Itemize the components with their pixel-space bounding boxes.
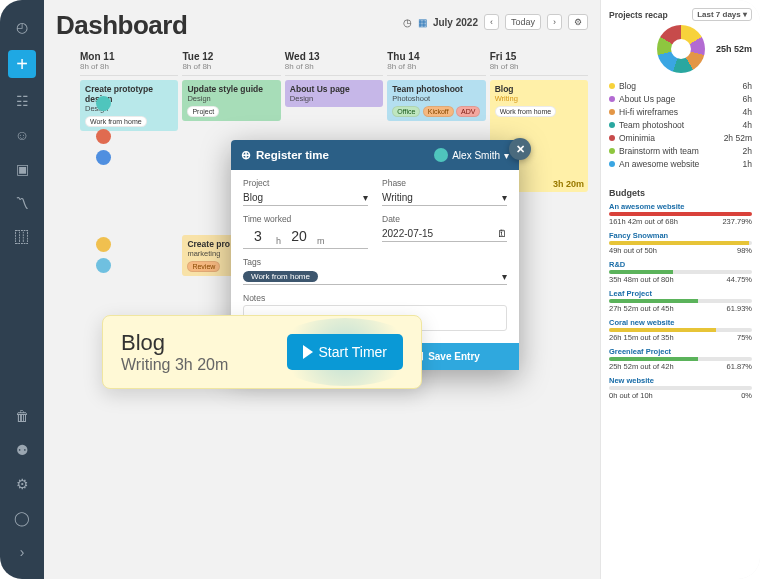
month-label: July <box>433 17 453 28</box>
people-icon[interactable]: ☺ <box>9 122 35 148</box>
toolbar: ◷ ▦ July 2022 ‹ Today › ⚙ <box>403 14 588 30</box>
chip: ADV <box>456 106 480 117</box>
legend-item[interactable]: An awesome website1h <box>609 157 752 170</box>
pie-chart <box>657 25 705 73</box>
prev-week-button[interactable]: ‹ <box>484 14 499 30</box>
chevron-down-icon: ▾ <box>502 192 507 203</box>
hours-input[interactable] <box>243 226 273 246</box>
chevron-right-icon[interactable]: › <box>9 539 35 565</box>
chip: Project <box>187 106 219 117</box>
task-card[interactable]: About Us pageDesign <box>285 80 383 107</box>
tags-label: Tags <box>243 257 507 267</box>
range-select[interactable]: Last 7 days ▾ <box>692 8 752 21</box>
avatar-dot[interactable] <box>96 129 111 144</box>
start-timer-label: Start Timer <box>319 344 387 360</box>
project-select[interactable]: Blog▾ <box>243 190 368 206</box>
avatar-dot[interactable] <box>96 150 111 165</box>
budget-item[interactable]: Fancy Snowman49h out of 50h98% <box>609 231 752 255</box>
recap-title: Projects recap <box>609 10 668 20</box>
timer-banner: Blog Writing 3h 20m Start Timer <box>102 315 422 389</box>
start-timer-button[interactable]: Start Timer <box>287 334 403 370</box>
play-icon <box>303 345 313 359</box>
plus-circle-icon: ⊕ <box>241 148 251 162</box>
chip: Work from home <box>495 106 557 117</box>
minutes-input[interactable] <box>284 226 314 246</box>
bars-icon[interactable]: ☷ <box>9 88 35 114</box>
right-panel: Projects recap Last 7 days ▾ 25h 52m Blo… <box>600 0 760 579</box>
chip: Office <box>392 106 420 117</box>
legend-item[interactable]: Blog6h <box>609 79 752 92</box>
calendar-icon[interactable]: ◷ <box>403 17 412 28</box>
avatar <box>434 148 448 162</box>
budgets-title: Budgets <box>609 188 752 198</box>
user-name: Alex Smith <box>452 150 500 161</box>
budget-item[interactable]: Coral new website26h 15m out of 35h75% <box>609 318 752 342</box>
tags-input[interactable]: Work from home▾ <box>243 269 507 285</box>
legend-item[interactable]: About Us page6h <box>609 92 752 105</box>
report-icon[interactable]: ⿲ <box>9 224 35 250</box>
row-avatars <box>96 96 111 273</box>
settings-gear-icon[interactable]: ⚙ <box>568 14 588 30</box>
briefcase-icon[interactable]: ▣ <box>9 156 35 182</box>
duration-label: 3h 20m <box>553 179 584 189</box>
chip: Review <box>187 261 220 272</box>
budget-item[interactable]: An awesome website161h 42m out of 68h237… <box>609 202 752 226</box>
chart-icon[interactable]: 〽 <box>9 190 35 216</box>
date-label: Date <box>382 214 507 224</box>
year-label: 2022 <box>456 17 478 28</box>
basket-icon[interactable]: 🗑 <box>9 403 35 429</box>
legend-item[interactable]: Hi-fi wireframes4h <box>609 105 752 118</box>
user-icon[interactable]: ◯ <box>9 505 35 531</box>
calendar-icon[interactable]: 🗓 <box>497 228 507 239</box>
chevron-down-icon: ▾ <box>363 192 368 203</box>
task-card[interactable]: Team photoshootPhotoshoot Office Kickoff… <box>387 80 485 121</box>
phase-select[interactable]: Writing▾ <box>382 190 507 206</box>
timer-title: Blog <box>121 330 287 356</box>
outlook-icon[interactable]: ▦ <box>418 17 427 28</box>
today-button[interactable]: Today <box>505 14 541 30</box>
chip: Kickoff <box>423 106 454 117</box>
day-header-thu: Thu 148h of 8h <box>387 49 485 76</box>
tag-pill[interactable]: Work from home <box>243 271 318 282</box>
chip: Work from home <box>85 116 147 127</box>
close-button[interactable]: ✕ <box>509 138 531 160</box>
day-header-tue: Tue 128h of 8h <box>182 49 280 76</box>
day-header-wed: Wed 138h of 8h <box>285 49 383 76</box>
modal-title: Register time <box>256 149 329 161</box>
clock-icon[interactable]: ◴ <box>9 14 35 40</box>
date-input[interactable]: 2022-07-15🗓 <box>382 226 507 242</box>
avatar[interactable] <box>96 96 111 111</box>
time-worked-label: Time worked <box>243 214 368 224</box>
legend-item[interactable]: Brainstorm with team2h <box>609 144 752 157</box>
day-header-fri: Fri 158h of 8h <box>490 49 588 76</box>
notes-label: Notes <box>243 293 507 303</box>
phase-label: Phase <box>382 178 507 188</box>
budget-item[interactable]: Leaf Project27h 52m out of 45h61.93% <box>609 289 752 313</box>
task-card[interactable]: Create prototype designDesignWork from h… <box>80 80 178 131</box>
user-select[interactable]: Alex Smith ▾ <box>434 148 509 162</box>
chevron-down-icon: ▾ <box>502 271 507 282</box>
add-button[interactable]: + <box>8 50 36 78</box>
pie-total: 25h 52m <box>716 44 752 54</box>
next-week-button[interactable]: › <box>547 14 562 30</box>
gear-icon[interactable]: ⚙ <box>9 471 35 497</box>
team-icon[interactable]: ⚉ <box>9 437 35 463</box>
legend-item[interactable]: Team photoshoot4h <box>609 118 752 131</box>
project-label: Project <box>243 178 368 188</box>
legend-item[interactable]: Ominimia2h 52m <box>609 131 752 144</box>
day-header-mon: Mon 118h of 8h <box>80 49 178 76</box>
task-card[interactable]: Update style guideDesignProject <box>182 80 280 121</box>
budget-item[interactable]: New website0h out of 10h0% <box>609 376 752 400</box>
avatar-dot[interactable] <box>96 237 111 252</box>
legend: Blog6hAbout Us page6hHi-fi wireframes4hT… <box>609 79 752 170</box>
avatar-dot[interactable] <box>96 258 111 273</box>
budget-item[interactable]: Greenleaf Project25h 52m out of 42h61.87… <box>609 347 752 371</box>
timer-subtitle: Writing 3h 20m <box>121 356 287 374</box>
left-nav-rail: ◴ + ☷ ☺ ▣ 〽 ⿲ 🗑 ⚉ ⚙ ◯ › <box>0 0 44 579</box>
budget-item[interactable]: R&D35h 48m out of 80h44.75% <box>609 260 752 284</box>
